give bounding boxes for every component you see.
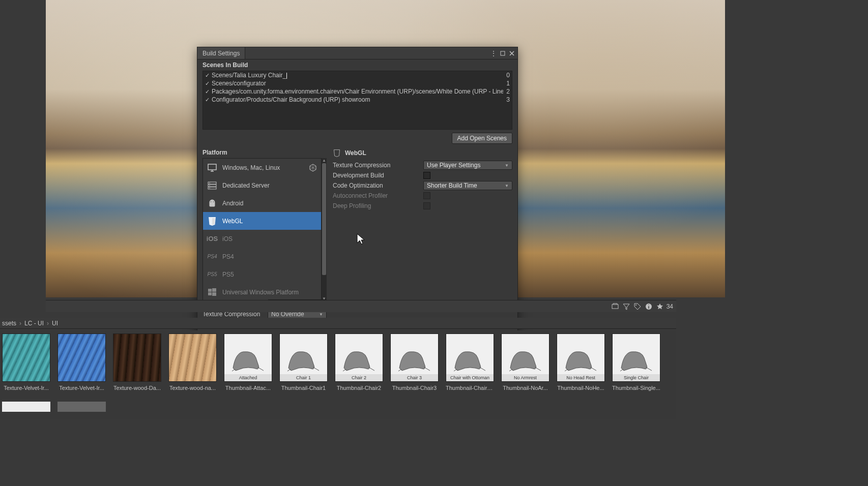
svg-rect-10 bbox=[208, 289, 212, 292]
asset-label: Thumbnail-Chair1 bbox=[279, 385, 328, 391]
deep-profiling-label: Deep Profiling bbox=[333, 202, 423, 209]
windows-icon bbox=[207, 287, 217, 297]
scene-row[interactable]: ✓ Packages/com.unity.forma.environment.c… bbox=[203, 87, 512, 96]
add-open-scenes-button[interactable]: Add Open Scenes bbox=[452, 133, 512, 144]
asset-thumb[interactable]: No Head Rest bbox=[557, 333, 605, 382]
scene-row[interactable]: ✓ Configurator/Products/Chair Background… bbox=[203, 96, 512, 104]
filter-icon[interactable] bbox=[622, 302, 631, 311]
svg-point-16 bbox=[635, 305, 636, 306]
thumb-caption: No Head Rest bbox=[557, 374, 604, 381]
thumb-caption: Single Chair bbox=[613, 374, 660, 381]
star-count: 34 bbox=[667, 303, 673, 310]
asset-thumb[interactable]: Chair with Ottoman bbox=[446, 333, 494, 382]
hidden-icon[interactable] bbox=[611, 302, 620, 311]
scrollbar-thumb[interactable] bbox=[322, 163, 326, 275]
asset-thumb[interactable] bbox=[2, 333, 50, 382]
close-icon[interactable] bbox=[508, 50, 515, 57]
autoconnect-profiler-checkbox bbox=[423, 192, 430, 199]
platform-item-ps5[interactable]: PS5 PS5 bbox=[203, 265, 321, 283]
asset-thumb[interactable]: Chair 3 bbox=[390, 333, 439, 382]
svg-rect-1 bbox=[208, 164, 216, 170]
code-optimization-dropdown[interactable]: Shorter Build Time bbox=[423, 181, 512, 190]
platform-item-ios[interactable]: iOS iOS bbox=[203, 230, 321, 248]
asset-thumb[interactable]: Chair 2 bbox=[335, 333, 383, 382]
android-icon bbox=[207, 198, 217, 208]
asset-label: Texture-wood-na... bbox=[168, 385, 217, 391]
platform-list[interactable]: Windows, Mac, Linux Dedicated Server And… bbox=[202, 158, 322, 301]
texture-compression-dropdown[interactable]: Use Player Settings bbox=[423, 161, 512, 170]
asset-thumb[interactable] bbox=[2, 402, 50, 412]
html5-icon bbox=[207, 216, 217, 226]
asset-label: Thumbnail-Chair2 bbox=[335, 385, 383, 391]
ps5-icon: PS5 bbox=[207, 269, 217, 280]
asset-label: Texture-wood-Da... bbox=[113, 385, 161, 391]
thumb-caption: Attached bbox=[224, 374, 272, 381]
texture-compression-label: Texture Compression bbox=[333, 162, 423, 169]
ios-icon: iOS bbox=[207, 234, 217, 244]
scenes-list[interactable]: ✓ Scenes/Talia Luxury Chair_ 0 ✓ Scenes/… bbox=[202, 71, 512, 130]
thumb-caption: Chair 2 bbox=[335, 374, 383, 381]
asset-thumb[interactable] bbox=[57, 402, 106, 412]
check-icon[interactable]: ✓ bbox=[205, 80, 210, 87]
svg-point-9 bbox=[213, 201, 214, 202]
platform-item-windows[interactable]: Windows, Mac, Linux bbox=[203, 159, 321, 176]
svg-rect-12 bbox=[208, 292, 212, 295]
menu-icon[interactable]: ⋮ bbox=[490, 50, 497, 57]
ps4-icon: PS4 bbox=[207, 252, 217, 262]
html5-icon bbox=[333, 149, 341, 157]
platform-item-android[interactable]: Android bbox=[203, 194, 321, 212]
asset-label: Texture-Velvet-Ir... bbox=[57, 385, 106, 391]
asset-thumb[interactable]: Attached bbox=[224, 333, 272, 382]
asset-grid-row2[interactable] bbox=[0, 402, 676, 417]
svg-rect-0 bbox=[501, 51, 505, 55]
svg-point-5 bbox=[209, 183, 210, 184]
server-icon bbox=[207, 180, 217, 191]
thumb-caption: No Armrest bbox=[502, 374, 549, 381]
platform-item-webgl[interactable]: WebGL bbox=[203, 212, 321, 230]
breadcrumb-item[interactable]: LC - UI bbox=[24, 320, 44, 327]
asset-thumb[interactable] bbox=[57, 333, 106, 382]
platform-label: Platform bbox=[202, 148, 327, 158]
asset-label: Thumbnail-ChairW... bbox=[446, 385, 494, 391]
info-icon[interactable] bbox=[644, 302, 653, 311]
development-build-checkbox[interactable] bbox=[423, 172, 430, 179]
dialog-titlebar[interactable]: Build Settings ⋮ bbox=[197, 47, 517, 59]
breadcrumb-item[interactable]: UI bbox=[52, 320, 58, 327]
code-optimization-label: Code Optimization bbox=[333, 182, 423, 189]
star-icon[interactable] bbox=[655, 302, 664, 311]
breadcrumb-item[interactable]: ssets bbox=[2, 320, 16, 327]
scene-row[interactable]: ✓ Scenes/Talia Luxury Chair_ 0 bbox=[203, 71, 512, 79]
check-icon[interactable]: ✓ bbox=[205, 97, 210, 103]
svg-point-8 bbox=[211, 201, 211, 202]
check-icon[interactable]: ✓ bbox=[205, 88, 210, 95]
platform-item-dedicated-server[interactable]: Dedicated Server bbox=[203, 176, 321, 194]
platform-item-ps4[interactable]: PS4 PS4 bbox=[203, 248, 321, 265]
asset-thumb[interactable] bbox=[113, 333, 161, 382]
svg-rect-13 bbox=[212, 292, 216, 296]
asset-label: Thumbnail-NoAr... bbox=[501, 385, 549, 391]
development-build-label: Development Build bbox=[333, 172, 423, 179]
tag-icon[interactable] bbox=[633, 302, 642, 311]
autoconnect-profiler-label: Autoconnect Profiler bbox=[333, 192, 423, 199]
deep-profiling-checkbox bbox=[423, 202, 430, 209]
selected-platform-title: WebGL bbox=[345, 149, 366, 157]
thumb-caption: Chair with Ottoman bbox=[446, 374, 494, 381]
asset-label: Thumbnail-Attac... bbox=[224, 385, 272, 391]
monitor-icon bbox=[207, 163, 217, 173]
maximize-icon[interactable] bbox=[499, 50, 506, 57]
asset-thumb[interactable]: Single Chair bbox=[612, 333, 660, 382]
project-toolbar: 34 bbox=[46, 300, 676, 312]
svg-point-6 bbox=[209, 185, 210, 186]
asset-thumb[interactable]: No Armrest bbox=[501, 333, 549, 382]
platform-item-uwp[interactable]: Universal Windows Platform bbox=[203, 283, 321, 301]
asset-label: Thumbnail-NoHe... bbox=[557, 385, 605, 391]
breadcrumb: ssets › LC - UI › UI bbox=[0, 318, 676, 329]
check-icon[interactable]: ✓ bbox=[205, 72, 210, 79]
svg-rect-15 bbox=[612, 305, 618, 309]
asset-thumb[interactable] bbox=[168, 333, 217, 382]
scene-row[interactable]: ✓ Scenes/configurator 1 bbox=[203, 79, 512, 87]
platform-scrollbar[interactable]: ▲ ▼ bbox=[322, 158, 327, 301]
asset-label: Thumbnail-Single... bbox=[612, 385, 660, 391]
asset-thumb[interactable]: Chair 1 bbox=[279, 333, 328, 382]
dialog-title: Build Settings bbox=[197, 47, 245, 59]
